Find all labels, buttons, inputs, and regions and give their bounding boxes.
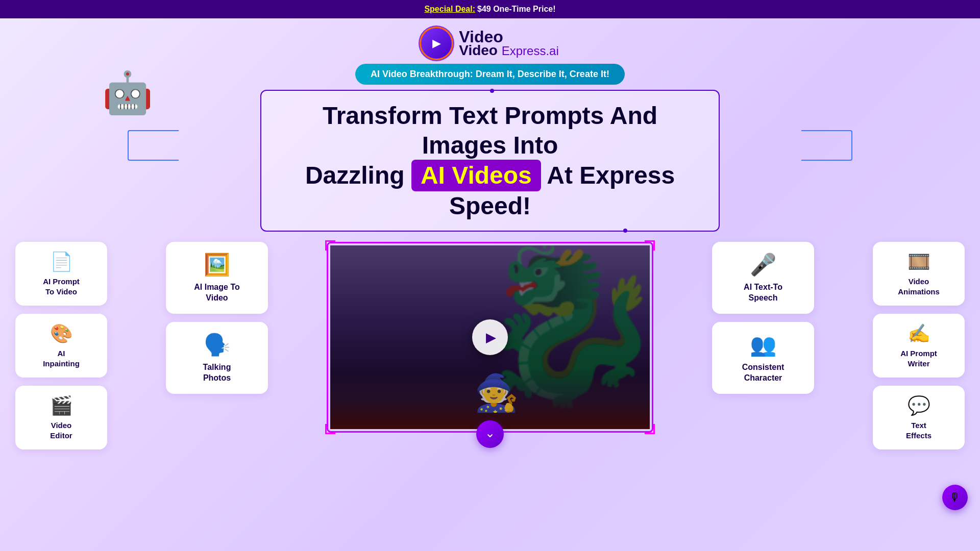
- video-thumbnail: 🐉 🧙: [330, 245, 650, 429]
- corner-br: [645, 424, 655, 434]
- logo-main: Video: [459, 42, 498, 58]
- video-frame: 🐉 🧙: [327, 242, 653, 433]
- video-editor-icon: 🎬: [22, 395, 100, 416]
- left-inner-cards: 🖼️ AI Image ToVideo 🗣️ TalkingPhotos: [166, 242, 268, 393]
- podcast-button[interactable]: [942, 485, 968, 510]
- video-animations-icon: 🎞️: [880, 251, 958, 272]
- top-banner: Special Deal: $49 One-Time Price!: [0, 0, 980, 18]
- ai-prompt-writer-label: AI PromptWriter: [880, 348, 958, 368]
- logo-sub: Express.ai: [502, 44, 559, 58]
- hero-title-line1: Transform Text Prompts And Images Into: [323, 102, 657, 159]
- ai-prompt-writer-icon: ✍️: [880, 323, 958, 344]
- card-ai-image-to-video[interactable]: 🖼️ AI Image ToVideo: [166, 242, 268, 314]
- card-ai-prompt-to-video[interactable]: 📄 AI PromptTo Video: [15, 242, 107, 306]
- corner-tl: [325, 240, 335, 251]
- circuit-decoration-left: [128, 130, 179, 161]
- robot-mascot: 🤖: [102, 69, 153, 117]
- main-layout: 📄 AI PromptTo Video 🎨 AIInpainting 🎬 Vid…: [0, 242, 980, 449]
- logo-icon[interactable]: [421, 28, 452, 59]
- header: Video Video Express.ai: [0, 18, 980, 64]
- ai-inpainting-icon: 🎨: [22, 323, 100, 344]
- circuit-decoration-right: [801, 130, 852, 161]
- right-inner-cards: 🎤 AI Text-ToSpeech 👥 ConsistentCharacter: [712, 242, 814, 393]
- ai-image-to-video-icon: 🖼️: [174, 252, 260, 277]
- play-button[interactable]: [472, 319, 508, 355]
- corner-tr: [645, 240, 655, 251]
- card-ai-prompt-writer[interactable]: ✍️ AI PromptWriter: [873, 314, 965, 378]
- right-outer-cards: 🎞️ VideoAnimations ✍️ AI PromptWriter 💬 …: [873, 242, 965, 449]
- talking-photos-label: TalkingPhotos: [174, 362, 260, 384]
- ai-text-to-speech-label: AI Text-ToSpeech: [720, 282, 806, 304]
- consistent-character-label: ConsistentCharacter: [720, 362, 806, 384]
- talking-photos-icon: 🗣️: [174, 332, 260, 357]
- consistent-character-icon: 👥: [720, 332, 806, 357]
- ai-prompt-to-video-icon: 📄: [22, 251, 100, 272]
- hero-title-box: Transform Text Prompts And Images Into D…: [260, 90, 720, 232]
- chevron-down-icon: ⌄: [485, 426, 495, 440]
- warrior-silhouette: 🧙: [474, 372, 519, 414]
- ai-text-to-speech-icon: 🎤: [720, 252, 806, 277]
- card-video-animations[interactable]: 🎞️ VideoAnimations: [873, 242, 965, 306]
- hero-badge: AI Video Breakthrough: Dream It, Describ…: [355, 64, 625, 85]
- video-editor-label: VideoEditor: [22, 420, 100, 440]
- hero-highlight: AI Videos: [411, 160, 541, 191]
- video-container: 🐉 🧙 ⌄: [327, 242, 653, 433]
- ai-image-to-video-label: AI Image ToVideo: [174, 282, 260, 304]
- scroll-down-button[interactable]: ⌄: [476, 420, 504, 448]
- hero-section: 🤖 AI Video Breakthrough: Dream It, Descr…: [0, 64, 980, 232]
- card-ai-text-to-speech[interactable]: 🎤 AI Text-ToSpeech: [712, 242, 814, 314]
- ai-inpainting-label: AIInpainting: [22, 348, 100, 368]
- deal-label[interactable]: Special Deal:: [424, 5, 475, 14]
- deal-text: $49 One-Time Price!: [477, 5, 556, 14]
- ai-prompt-to-video-label: AI PromptTo Video: [22, 277, 100, 296]
- hero-title: Transform Text Prompts And Images Into D…: [282, 101, 698, 220]
- card-video-editor[interactable]: 🎬 VideoEditor: [15, 386, 107, 449]
- card-ai-inpainting[interactable]: 🎨 AIInpainting: [15, 314, 107, 378]
- card-talking-photos[interactable]: 🗣️ TalkingPhotos: [166, 322, 268, 394]
- corner-bl: [325, 424, 335, 434]
- card-consistent-character[interactable]: 👥 ConsistentCharacter: [712, 322, 814, 394]
- hero-title-pre: Dazzling: [305, 162, 405, 189]
- video-animations-label: VideoAnimations: [880, 277, 958, 296]
- card-text-effects[interactable]: 💬 TextEffects: [873, 386, 965, 449]
- text-effects-label: TextEffects: [880, 420, 958, 440]
- text-effects-icon: 💬: [880, 395, 958, 416]
- left-outer-cards: 📄 AI PromptTo Video 🎨 AIInpainting 🎬 Vid…: [15, 242, 107, 449]
